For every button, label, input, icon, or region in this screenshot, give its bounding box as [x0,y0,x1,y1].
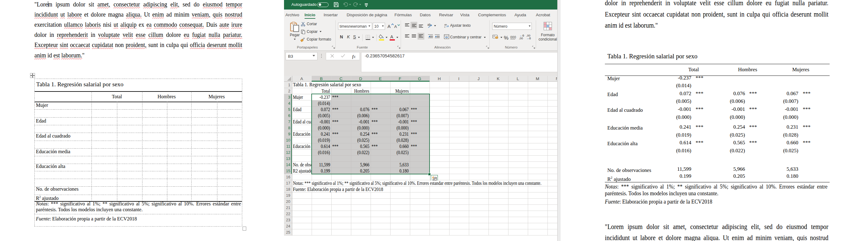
svg-text:c: c [444,26,445,28]
